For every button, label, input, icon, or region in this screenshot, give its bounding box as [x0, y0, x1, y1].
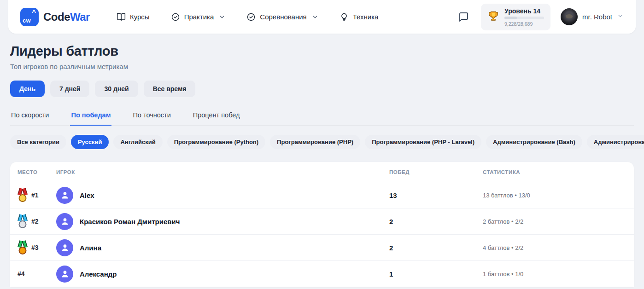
time-filter-day[interactable]: День: [10, 81, 45, 97]
category-russian[interactable]: Русский: [71, 135, 109, 149]
player-name: Алина: [80, 244, 101, 252]
stats-value: 13 баттлов • 13/0: [483, 192, 634, 199]
logo-title-accent: War: [70, 11, 90, 23]
stats-value: 4 баттлов • 2/2: [483, 244, 634, 251]
page-subtitle: Топ игроков по различным метрикам: [10, 63, 634, 70]
table-header-row: МЕСТО ИГРОК ПОБЕД СТАТИСТИКА: [10, 162, 634, 182]
wins-value: 2: [389, 244, 483, 252]
category-english[interactable]: Английский: [113, 135, 162, 149]
chevron-down-icon: [312, 14, 318, 20]
table-row[interactable]: #4 Александр 1 1 баттлов • 1/0: [10, 260, 634, 287]
player-cell: Александр: [56, 266, 389, 283]
rank-label: #1: [31, 191, 39, 199]
level-widget[interactable]: Уровень 14 9,228/28,689: [481, 4, 550, 30]
level-info: Уровень 14 9,228/28,689: [504, 7, 544, 27]
tab-by-speed[interactable]: По скорости: [10, 106, 50, 126]
nav-item-technique[interactable]: Техника: [340, 12, 379, 22]
silver-medal-icon: [18, 214, 28, 228]
chevron-down-icon: [617, 12, 624, 21]
top-navbar: ^ cw CodeWar Курсы Практика Соревнования: [8, 0, 636, 34]
category-php-laravel[interactable]: Программирование (PHP - Laravel): [365, 135, 481, 149]
table-row[interactable]: #2 Красиков Роман Дмитриевич 2 2 баттлов…: [10, 208, 634, 234]
chevron-down-icon: [219, 14, 225, 20]
player-name: Красиков Роман Дмитриевич: [80, 218, 180, 225]
wins-value: 2: [389, 218, 483, 225]
stats-value: 2 баттлов • 2/2: [483, 218, 634, 225]
check-circle-icon: [171, 12, 180, 22]
tab-by-accuracy[interactable]: По точности: [132, 106, 171, 126]
level-label: Уровень 14: [504, 7, 544, 15]
player-avatar: [56, 239, 73, 256]
level-progress-fill: [504, 17, 517, 19]
check-circle-icon: [246, 12, 256, 22]
main-nav: Курсы Практика Соревнования Техника: [117, 12, 379, 22]
player-cell: Алина: [56, 239, 389, 256]
category-php[interactable]: Программирование (PHP): [270, 135, 360, 149]
user-menu[interactable]: mr. Robot: [561, 8, 624, 25]
gold-medal-icon: [18, 188, 28, 202]
nav-item-label: Соревнования: [260, 13, 306, 21]
category-python[interactable]: Программирование (Python): [167, 135, 265, 149]
time-filter-alltime[interactable]: Все время: [144, 81, 196, 97]
time-filter-7days[interactable]: 7 дней: [50, 81, 89, 97]
tab-win-percent[interactable]: Процент побед: [192, 106, 241, 126]
header-player: ИГРОК: [56, 169, 389, 175]
rank-cell: #4: [18, 270, 56, 277]
player-avatar: [56, 187, 73, 204]
nav-item-practice[interactable]: Практика: [171, 12, 226, 22]
wins-value: 13: [389, 191, 483, 199]
trophy-icon: [487, 10, 499, 24]
rank-label: #2: [31, 218, 39, 225]
nav-item-competitions[interactable]: Соревнования: [246, 12, 318, 22]
player-avatar: [56, 266, 73, 283]
logo-caret: ^: [32, 8, 36, 16]
category-bash[interactable]: Администрирование (Bash): [486, 135, 582, 149]
user-avatar: [561, 8, 578, 25]
header-wins: ПОБЕД: [389, 169, 483, 175]
lightbulb-icon: [340, 12, 349, 22]
table-row[interactable]: #3 Алина 2 4 баттлов • 2/2: [10, 234, 634, 260]
nav-item-label: Практика: [184, 13, 214, 21]
category-all[interactable]: Все категории: [10, 135, 66, 149]
nav-item-label: Техника: [353, 13, 379, 21]
rank-cell: #3: [18, 241, 56, 254]
main-content: Лидеры баттлов Топ игроков по различным …: [10, 44, 634, 287]
user-name: mr. Robot: [582, 13, 612, 21]
player-name: Александр: [80, 270, 117, 278]
category-powershell[interactable]: Администрирование (PowerShell): [587, 135, 644, 149]
book-icon: [117, 12, 126, 22]
level-progress-text: 9,228/28,689: [504, 21, 544, 27]
stats-value: 1 баттлов • 1/0: [483, 271, 634, 277]
rank-cell: #2: [18, 214, 56, 228]
player-name: Alex: [80, 191, 94, 199]
wins-value: 1: [389, 270, 483, 278]
metric-tabs: По скорости По победам По точности Проце…: [10, 106, 634, 126]
category-filter-group: Все категории Русский Английский Програм…: [10, 135, 634, 149]
logo-icon: ^ cw: [20, 8, 39, 26]
tab-by-wins[interactable]: По победам: [70, 106, 111, 126]
rank-cell: #1: [18, 188, 56, 202]
bronze-medal-icon: [18, 241, 28, 254]
navbar-right: Уровень 14 9,228/28,689 mr. Robot: [456, 4, 624, 30]
header-stats: СТАТИСТИКА: [483, 169, 634, 175]
logo-badge-text: cw: [23, 17, 31, 24]
nav-item-label: Курсы: [130, 13, 150, 21]
logo[interactable]: ^ cw CodeWar: [20, 8, 90, 26]
leaderboard-table: МЕСТО ИГРОК ПОБЕД СТАТИСТИКА #1 Alex 13 …: [10, 162, 634, 287]
nav-item-courses[interactable]: Курсы: [117, 12, 150, 22]
logo-title: CodeWar: [43, 11, 90, 23]
logo-title-primary: Code: [43, 11, 70, 23]
chat-bubble-icon[interactable]: [456, 10, 471, 24]
player-cell: Alex: [56, 187, 389, 204]
table-row[interactable]: #1 Alex 13 13 баттлов • 13/0: [10, 182, 634, 208]
player-avatar: [56, 213, 73, 230]
page-title: Лидеры баттлов: [10, 44, 634, 59]
header-place: МЕСТО: [18, 169, 56, 175]
time-filter-group: День 7 дней 30 дней Все время: [10, 81, 634, 97]
rank-label: #4: [18, 270, 25, 277]
level-progress-bar: [504, 17, 544, 19]
rank-label: #3: [31, 244, 39, 251]
player-cell: Красиков Роман Дмитриевич: [56, 213, 389, 230]
time-filter-30days[interactable]: 30 дней: [95, 81, 138, 97]
